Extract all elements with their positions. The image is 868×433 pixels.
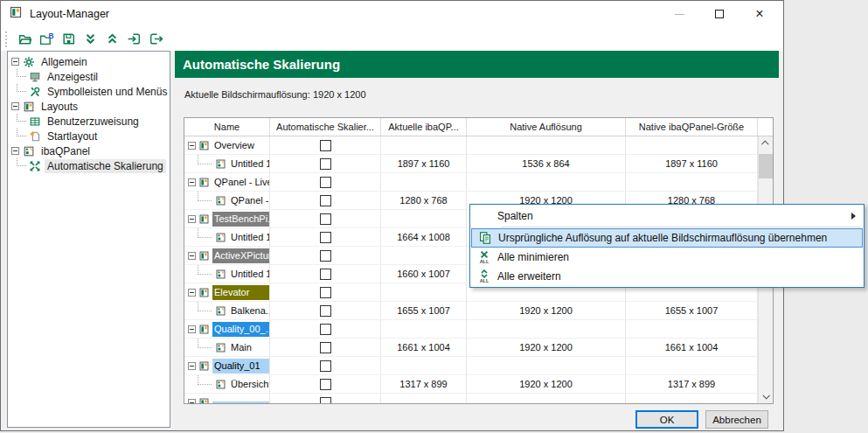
name-cell: [184, 394, 270, 403]
scaling-checkbox[interactable]: [320, 250, 331, 262]
table-row-main[interactable]: Main1661 x 10041920 x 12001661 x 1004: [184, 339, 758, 357]
checkbox-cell: [270, 210, 381, 228]
row-expander[interactable]: [188, 289, 196, 297]
column-header-native-aufl-sung[interactable]: Native Auflösung: [467, 118, 626, 136]
scaling-checkbox[interactable]: [320, 379, 331, 390]
column-header-automatische-skalier[interactable]: Automatische Skalier...: [270, 118, 381, 136]
row-name-label: Quality_01: [212, 359, 269, 374]
name-cell: ActiveXPicture: [184, 247, 270, 265]
name-cell: Übersicht: [184, 375, 270, 394]
row-expander[interactable]: [188, 399, 196, 404]
sidebar-item-ibaqpanel[interactable]: ibaQPanel: [8, 143, 170, 158]
column-header-native-ibaqpanel-gr-e[interactable]: Native ibaQPanel-Größe: [626, 118, 758, 136]
tree-expander[interactable]: [11, 58, 19, 66]
row-expander[interactable]: [188, 252, 196, 260]
tree-expander[interactable]: [11, 147, 19, 155]
scaling-checkbox[interactable]: [320, 213, 331, 225]
toolbar-button-open-layout-b-icon[interactable]: B: [36, 29, 57, 49]
scrollbar-thumb[interactable]: [759, 154, 773, 178]
row-expander[interactable]: [188, 178, 196, 186]
name-cell: Quality_01: [184, 357, 270, 375]
name-cell: Untitled 1: [184, 155, 270, 173]
sidebar-item-layouts[interactable]: Layouts: [8, 99, 170, 114]
resolution-label: Aktuelle Bildschirmauflösung:: [184, 89, 310, 100]
scaling-checkbox[interactable]: [320, 269, 331, 280]
scroll-up-button[interactable]: [759, 136, 773, 150]
name-cell: TestBenchPi...: [184, 210, 270, 228]
scaling-checkbox[interactable]: [320, 342, 331, 353]
menu-item-alle-erweitern[interactable]: ALLAlle erweitern: [471, 267, 863, 286]
toolbar-button-export-icon[interactable]: [145, 29, 166, 49]
row-expander[interactable]: [188, 142, 196, 150]
sidebar-item-allgemein[interactable]: Allgemein: [8, 54, 170, 69]
sidebar-item-anzeigestil[interactable]: Anzeigestil: [8, 69, 170, 84]
menu-item-label: Alle erweitern: [497, 270, 561, 283]
column-header-name[interactable]: Name: [184, 118, 270, 136]
scaling-checkbox[interactable]: [320, 360, 331, 372]
layout-icon: [9, 5, 23, 19]
layout-icon: [198, 360, 210, 372]
current-cell: [381, 136, 467, 155]
qpanel-icon: [215, 269, 226, 280]
toolbar-button-double-chevron-up-icon[interactable]: [101, 29, 122, 49]
minimize-button[interactable]: [659, 1, 699, 27]
current-cell: [381, 320, 467, 339]
scaling-checkbox[interactable]: [320, 287, 331, 298]
scaling-checkbox[interactable]: [320, 324, 331, 335]
table-row-overview[interactable]: Overview: [184, 136, 758, 155]
menu-item-urspr-ngliche-aufl-sung-auf-aktuelle-bildschirmaufl-sung-bernehmen[interactable]: Ursprüngliche Auflösung auf aktuelle Bil…: [471, 228, 863, 248]
export-icon: [149, 31, 163, 46]
row-expander[interactable]: [188, 325, 196, 333]
maximize-button[interactable]: [699, 1, 740, 27]
scaling-checkbox[interactable]: [320, 158, 331, 170]
checkbox-cell: [270, 302, 381, 320]
scaling-checkbox[interactable]: [320, 140, 331, 151]
column-header-aktuelle-ibaqp[interactable]: Aktuelle ibaQP...: [381, 118, 467, 136]
menu-item-spalten[interactable]: Spalten: [471, 206, 863, 226]
qpanel-icon: [215, 305, 226, 317]
scaling-checkbox[interactable]: [320, 195, 331, 206]
row-name-label: Untitled 1: [229, 267, 269, 282]
import-icon: [127, 31, 142, 46]
sidebar-item-startlayout[interactable]: Startlayout: [8, 129, 170, 143]
toolbar-grip[interactable]: [5, 31, 9, 47]
ok-button[interactable]: OK: [635, 410, 698, 429]
native-size-cell: [626, 357, 758, 375]
table-row-balkena[interactable]: Balkena...1655 x 10071920 x 12001655 x 1…: [184, 302, 758, 320]
layout-icon: [198, 213, 210, 225]
menu-item-alle-minimieren[interactable]: ALLAlle minimieren: [471, 248, 863, 267]
scaling-checkbox[interactable]: [320, 232, 331, 243]
table-row-qpanel-live[interactable]: QPanel - Live: [184, 173, 758, 192]
tree-expander[interactable]: [11, 102, 19, 110]
table-row-quality-00[interactable]: Quality_00_...: [184, 320, 758, 339]
close-button[interactable]: ×: [740, 1, 780, 27]
toolbar-button-save-layout-icon[interactable]: [58, 29, 79, 49]
cancel-button[interactable]: Abbrechen: [705, 410, 768, 429]
scaling-checkbox[interactable]: [320, 397, 331, 404]
expand-all-icon: ALL: [477, 269, 491, 283]
svg-text:ALL: ALL: [480, 259, 490, 264]
sidebar-item-automatische-skalierung[interactable]: Automatische Skalierung: [8, 158, 170, 173]
layout-icon: [198, 177, 210, 188]
sidebar-item-benutzerzuweisung[interactable]: Benutzerzuweisung: [8, 114, 170, 129]
menu-item-label: Spalten: [497, 210, 533, 222]
native-size-cell: [626, 136, 758, 155]
toolbar-button-open-layout-icon[interactable]: [14, 29, 35, 49]
table-row[interactable]: [184, 394, 758, 403]
row-expander[interactable]: [188, 362, 196, 370]
sidebar-item-symbolleisten-und-men-s[interactable]: Symbolleisten und Menüs: [8, 84, 170, 99]
toolbar-button-double-chevron-down-icon[interactable]: [80, 29, 101, 49]
scroll-down-button[interactable]: [759, 389, 773, 403]
sidebar-item-label: Startlayout: [45, 129, 100, 143]
window-controls: ×: [659, 1, 780, 27]
table-row-untitled-1[interactable]: Untitled 11897 x 11601536 x 8641897 x 11…: [184, 155, 758, 173]
name-cell: Main: [184, 339, 270, 357]
scaling-checkbox[interactable]: [320, 177, 331, 188]
scaling-checkbox[interactable]: [320, 305, 331, 317]
toolbar-button-import-icon[interactable]: [123, 29, 144, 49]
svg-text:ALL: ALL: [480, 278, 490, 283]
row-name-label: QPanel - Live: [212, 175, 269, 190]
row-expander[interactable]: [188, 215, 196, 223]
table-row-quality-01[interactable]: Quality_01: [184, 357, 758, 375]
table-row-bersicht[interactable]: Übersicht1317 x 8991920 x 12001317 x 899: [184, 375, 758, 394]
